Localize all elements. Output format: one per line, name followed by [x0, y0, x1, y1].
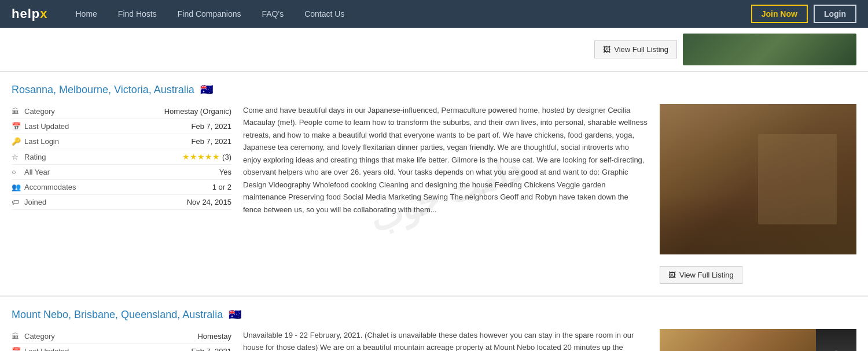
listing-1-view-label: View Full Listing — [679, 271, 734, 279]
listing-2-title-text: Mount Nebo, Brisbane, Queensland, Austra… — [12, 309, 223, 321]
last-login-value: Feb 7, 2021 — [100, 137, 231, 146]
meta-rating: ☆ Rating ★★★★★ (3) — [12, 149, 231, 165]
listing-1-right: 🖼 View Full Listing — [660, 104, 856, 284]
all-year-label: All Year — [24, 168, 100, 176]
meta-all-year: ○ All Year Yes — [12, 165, 231, 180]
last-login-label: Last Login — [24, 137, 100, 146]
nav-links: Home Find Hosts Find Companions FAQ's Co… — [65, 0, 751, 28]
calendar-icon: 📅 — [12, 122, 24, 131]
people-icon: 👥 — [12, 183, 24, 191]
tag-icon: 🏷 — [12, 198, 24, 206]
top-thumbnail — [683, 34, 856, 65]
listing-1-meta: 🏛 Category Homestay (Organic) 📅 Last Upd… — [12, 104, 231, 284]
nav-actions: Join Now Login — [751, 5, 856, 23]
top-view-listing-label: View Full Listing — [614, 45, 668, 54]
listing-1-flag: 🇦🇺 — [200, 83, 213, 96]
listing-2-title[interactable]: Mount Nebo, Brisbane, Queensland, Austra… — [12, 308, 856, 321]
joined-value: Nov 24, 2015 — [100, 198, 231, 206]
top-view-listing-button[interactable]: 🖼 View Full Listing — [594, 40, 677, 58]
all-year-value: Yes — [100, 168, 231, 176]
login-icon: 🔑 — [12, 137, 24, 146]
listing-2-description-wrap: Unavailable 19 - 22 February, 2021. (Cha… — [243, 329, 648, 351]
nav-faqs[interactable]: FAQ's — [252, 0, 295, 28]
listing-1-view-button[interactable]: 🖼 View Full Listing — [660, 266, 742, 284]
listing-icon: 🖼 — [603, 45, 610, 54]
category-icon: 🏛 — [12, 107, 24, 116]
stars-display: ★★★★★ — [182, 152, 220, 161]
last-updated-label: Last Updated — [24, 122, 100, 131]
join-now-button[interactable]: Join Now — [751, 5, 808, 23]
listing-1-image — [660, 104, 856, 254]
listing2-category-value: Homestay — [100, 332, 231, 341]
listing-2-image-wrap: ⊙ — [660, 329, 856, 351]
meta-joined: 🏷 Joined Nov 24, 2015 — [12, 195, 231, 210]
nav-home[interactable]: Home — [65, 0, 107, 28]
category-label: Category — [24, 107, 100, 116]
meta-last-login: 🔑 Last Login Feb 7, 2021 — [12, 134, 231, 149]
login-button[interactable]: Login — [814, 5, 856, 23]
star-icon: ☆ — [12, 153, 24, 161]
accommodates-label: Accommodates — [24, 183, 100, 191]
rating-value: ★★★★★ (3) — [100, 152, 231, 161]
meta-category: 🏛 Category Homestay (Organic) — [12, 104, 231, 119]
logo[interactable]: helpx — [12, 6, 47, 21]
listing-2-flag: 🇦🇺 — [229, 308, 241, 321]
joined-label: Joined — [24, 198, 100, 206]
listing-1-description: Come and have beautiful days in our Japa… — [243, 104, 648, 216]
listing-2-meta: 🏛 Category Homestay 📅 Last Updated Feb 7… — [12, 329, 231, 351]
last-updated-value: Feb 7, 2021 — [100, 122, 231, 131]
logo-highlight: x — [40, 6, 47, 21]
accommodates-value: 1 or 2 — [100, 183, 231, 191]
listing-2-meta-category: 🏛 Category Homestay — [12, 329, 231, 344]
listing2-category-icon: 🏛 — [12, 332, 24, 341]
listing-1-title[interactable]: Rosanna, Melbourne, Victoria, Australia … — [12, 83, 856, 96]
rating-count: (3) — [222, 153, 231, 161]
listing-1: Rosanna, Melbourne, Victoria, Australia … — [0, 72, 868, 297]
rating-label: Rating — [24, 153, 100, 161]
meta-last-updated: 📅 Last Updated Feb 7, 2021 — [12, 119, 231, 134]
listing-icon-2: 🖼 — [668, 271, 676, 279]
listing-2-image: ⊙ — [660, 329, 856, 351]
listing-2: Mount Nebo, Brisbane, Queensland, Austra… — [0, 297, 868, 351]
listing2-calendar-icon: 📅 — [12, 347, 24, 351]
category-value: Homestay (Organic) — [100, 107, 231, 116]
nav-find-companions[interactable]: Find Companions — [167, 0, 252, 28]
listing-1-title-text: Rosanna, Melbourne, Victoria, Australia — [12, 84, 194, 96]
meta-accommodates: 👥 Accommodates 1 or 2 — [12, 180, 231, 195]
listing2-updated-label: Last Updated — [24, 347, 100, 351]
listing2-updated-value: Feb 7, 2021 — [100, 347, 231, 351]
nav-contact-us[interactable]: Contact Us — [294, 0, 355, 28]
listing-2-description: Unavailable 19 - 22 February, 2021. (Cha… — [243, 329, 648, 351]
nav-find-hosts[interactable]: Find Hosts — [108, 0, 167, 28]
circle-icon: ○ — [12, 168, 24, 176]
listing-1-description-wrap: دامت حوب Come and have beautiful days in… — [243, 104, 648, 284]
navigation: helpx Home Find Hosts Find Companions FA… — [0, 0, 868, 28]
listing2-category-label: Category — [24, 332, 100, 341]
listing-2-meta-updated: 📅 Last Updated Feb 7, 2021 — [12, 344, 231, 351]
